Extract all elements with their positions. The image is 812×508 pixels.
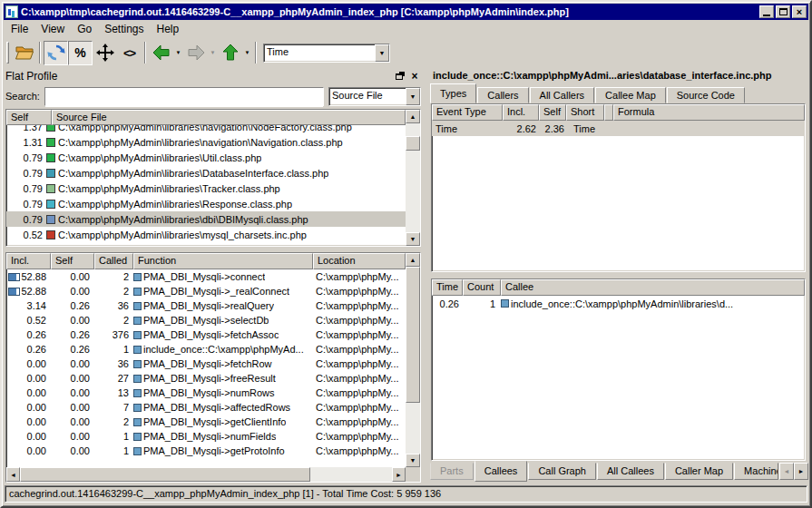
table-row[interactable]: 52.88 0.002 PMA_DBI_Mysqli->connect C:\x… [6,269,406,284]
tab-machine-code[interactable]: Machine [734,463,778,480]
grouping-combobox[interactable]: Source File ▼ [328,87,421,106]
menu-file[interactable]: File [5,21,34,37]
menu-help[interactable]: Help [151,21,186,37]
percentage-button[interactable]: % [68,41,93,65]
menu-view[interactable]: View [34,21,71,37]
column-header-incl[interactable]: Incl. [503,104,539,121]
tab-source-code[interactable]: Source Code [667,87,745,103]
scroll-down-button[interactable]: ▼ [406,232,420,246]
column-header-location[interactable]: Location [313,253,406,269]
column-header-called[interactable]: Called [94,253,133,269]
scrollbar-thumb[interactable] [20,467,310,482]
up-button[interactable] [218,41,242,65]
vertical-scrollbar[interactable]: ▲ ▼ [406,253,420,467]
column-header-incl[interactable]: Incl. [6,253,51,269]
tab-callers[interactable]: Callers [477,87,528,103]
relative-cost-button[interactable]: <> [117,41,142,65]
scrollbar-thumb[interactable] [406,136,420,151]
column-header-event-type[interactable]: Event Type [432,104,503,121]
menu-go[interactable]: Go [71,21,98,37]
pane-splitter[interactable] [428,272,808,278]
scroll-up-button[interactable]: ▲ [406,253,420,267]
list-item[interactable]: 0.79C:\xampp\phpMyAdmin\libraries\Util.c… [6,150,406,165]
scrollbar-thumb[interactable] [406,267,420,403]
minimize-button[interactable] [759,5,774,18]
table-row[interactable]: 0.000.0036 PMA_DBI_Mysqli->fetchRow C:\x… [6,357,406,371]
forward-dropdown-caret[interactable]: ▼ [208,41,218,65]
list-item[interactable]: 0.79C:\xampp\phpMyAdmin\libraries\Tracke… [6,181,406,196]
column-header-self[interactable]: Self [51,253,94,269]
back-dropdown-caret[interactable]: ▼ [173,41,183,65]
column-header-self[interactable]: Self [539,104,566,121]
list-item[interactable]: 0.79C:\xampp\phpMyAdmin\libraries\Respon… [6,196,406,211]
scroll-right-button[interactable]: ► [392,467,406,482]
column-header-source-file[interactable]: Source File [52,110,406,125]
table-row[interactable]: 0.260.261 include_once::C:\xampp\phpMyAd… [6,342,406,357]
menu-settings[interactable]: Settings [98,21,150,37]
tab-caller-map[interactable]: Caller Map [665,463,733,480]
table-row[interactable]: 0.260.26376 PMA_DBI_Mysqli->fetchAssoc C… [6,327,406,342]
list-item[interactable]: 1.37C:\xampp\phpMyAdmin\libraries\naviga… [6,125,406,134]
combo-dropdown-button[interactable]: ▼ [406,88,420,105]
dock-title-bar[interactable]: Flat Profile × [4,69,423,83]
column-header-formula[interactable]: Formula [613,104,805,121]
table-row[interactable]: 52.88 0.002 PMA_DBI_Mysqli->_realConnect… [6,284,406,298]
list-item[interactable]: 0.52C:\xampp\phpMyAdmin\libraries\user_p… [6,242,406,246]
scroll-left-button[interactable]: ◄ [6,467,20,482]
combo-dropdown-button[interactable]: ▼ [375,44,389,62]
list-item-selected[interactable]: 0.79C:\xampp\phpMyAdmin\libraries\dbi\DB… [6,211,406,227]
column-header-self[interactable]: Self [6,110,52,125]
tab-all-callers[interactable]: All Callers [530,87,595,103]
tab-callee-map[interactable]: Callee Map [595,87,666,103]
tab-callees[interactable]: Callees [474,461,528,482]
list-item[interactable]: 0.52C:\xampp\phpMyAdmin\libraries\mysql_… [6,227,406,242]
event-type-row-selected[interactable]: Time 2.62 2.36 Time [432,121,805,136]
scrollbar-track[interactable] [406,267,420,454]
table-row[interactable]: 0.000.002 PMA_DBI_Mysqli->getClientInfo … [6,415,406,429]
cycle-detection-button[interactable] [44,41,68,65]
tab-scroll-right-button[interactable]: ► [794,463,808,480]
list-item[interactable]: 0.79C:\xampp\phpMyAdmin\libraries\Databa… [6,165,406,181]
tab-scroll-buttons: ◄ ► [779,463,808,480]
column-header-short[interactable]: Short [566,104,604,121]
table-row[interactable]: 0.000.0027 PMA_DBI_Mysqli->freeResult C:… [6,371,406,386]
title-bar[interactable]: C:\xampp\tmp\cachegrind.out.1416463299-C… [4,4,808,20]
event-type-combobox[interactable]: Time ▼ [263,44,390,63]
toolbar-handle[interactable] [6,42,9,64]
table-row[interactable]: 0.000.007 PMA_DBI_Mysqli->affectedRows C… [6,400,406,415]
expand-areas-button[interactable] [93,41,117,65]
column-header-callee[interactable]: Callee [501,279,805,296]
float-dock-button[interactable] [393,71,406,83]
tab-all-callees[interactable]: All Callees [597,463,664,480]
maximize-button[interactable] [776,5,790,18]
tab-call-graph[interactable]: Call Graph [528,463,596,480]
back-button[interactable] [149,41,173,65]
column-header-count[interactable]: Count [463,279,501,296]
close-button[interactable]: × [792,5,807,18]
table-row[interactable]: 0.520.002 PMA_DBI_Mysqli->selectDb C:\xa… [6,313,406,327]
tab-scroll-left-button[interactable]: ◄ [779,463,794,480]
tab-parts[interactable]: Parts [430,463,474,480]
table-row[interactable]: 0.000.001 PMA_DBI_Mysqli->numFields C:\x… [6,429,406,444]
column-header-function[interactable]: Function [133,253,313,269]
scroll-down-button[interactable]: ▼ [406,454,420,467]
open-file-button[interactable] [12,41,36,65]
vertical-scrollbar[interactable]: ▲ ▼ [406,110,420,246]
up-dropdown-caret[interactable]: ▼ [242,41,252,65]
column-header-time[interactable]: Time [432,279,463,296]
dock-title: Flat Profile [5,70,390,83]
table-row[interactable]: 0.000.0013 PMA_DBI_Mysqli->numRows C:\xa… [6,386,406,400]
callee-row[interactable]: 0.26 1 include_once::C:\xampp\phpMyAdmin… [432,296,805,311]
forward-button[interactable] [183,41,208,65]
search-input[interactable] [45,88,323,107]
scroll-up-button[interactable]: ▲ [406,110,420,123]
list-item[interactable]: 1.31C:\xampp\phpMyAdmin\libraries\naviga… [6,134,406,150]
scrollbar-track[interactable] [20,467,392,482]
close-dock-button[interactable]: × [408,71,421,83]
horizontal-scrollbar[interactable]: ◄ ► [6,467,420,482]
table-row[interactable]: 3.140.2636 PMA_DBI_Mysqli->realQuery C:\… [6,298,406,313]
tab-types[interactable]: Types [430,83,476,103]
table-row[interactable]: 0.000.001 PMA_DBI_Mysqli->getProtoInfo C… [6,444,406,458]
scrollbar-track[interactable] [406,123,420,232]
chevron-down-icon: ▼ [410,93,416,100]
